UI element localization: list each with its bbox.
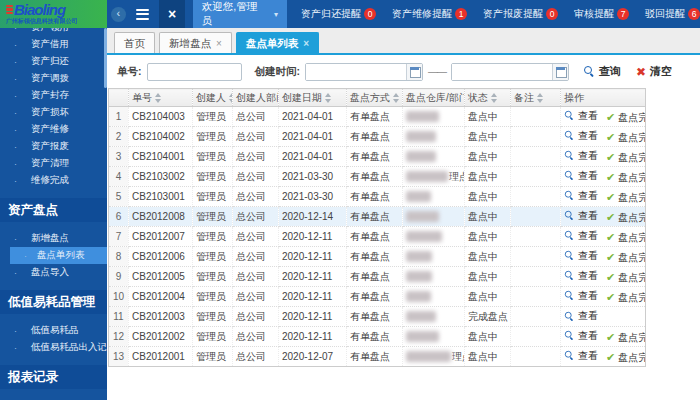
cell-method: 有单盘点 [347, 307, 403, 327]
table-row[interactable]: 8CB2012006管理员总公司2020-12-11有单盘点盘点中查看✔盘点完成 [109, 247, 646, 267]
complete-inventory-button[interactable]: ✔盘点完成 [606, 191, 646, 205]
cell-remark [511, 347, 561, 367]
view-button[interactable]: 查看 [564, 269, 598, 283]
calendar-icon[interactable] [406, 64, 422, 80]
cell-order-no: CB2012001 [129, 347, 193, 367]
nav-item-驳回提醒[interactable]: 驳回提醒6 [645, 7, 700, 21]
nav-item-资产维修提醒[interactable]: 资产维修提醒1 [392, 7, 467, 21]
column-header-盘点方式[interactable]: 盘点方式 [347, 89, 403, 107]
view-button[interactable]: 查看 [564, 289, 598, 303]
sidebar-item-盘点单列表[interactable]: ·盘点单列表 [10, 247, 107, 264]
sidebar-item-资产报废[interactable]: ·资产报废 [0, 138, 107, 155]
table-row[interactable]: 1CB2104003管理员总公司2021-04-01有单盘点盘点中查看✔盘点完成 [109, 107, 646, 127]
welcome-label: 欢迎您,管理员 [202, 0, 266, 28]
date-from-input[interactable] [306, 64, 406, 80]
calendar-icon[interactable] [552, 64, 568, 80]
tab-close-icon[interactable]: × [303, 34, 309, 53]
sidebar-section-资产盘点[interactable]: 资产盘点 [0, 198, 107, 222]
cell-remark [511, 287, 561, 307]
view-button[interactable]: 查看 [564, 149, 598, 163]
nav-item-label: 资产报废提醒 [483, 7, 543, 21]
view-button[interactable]: 查看 [564, 229, 598, 243]
column-header-创建人[interactable]: 创建人 [193, 89, 233, 107]
tab-盘点单列表[interactable]: 盘点单列表× [236, 32, 319, 53]
column-header-创建日期[interactable]: 创建日期 [279, 89, 347, 107]
view-button[interactable]: 查看 [564, 249, 598, 263]
complete-inventory-button[interactable]: ✔盘点完成 [606, 171, 646, 185]
complete-inventory-button[interactable]: ✔盘点完成 [606, 291, 646, 305]
view-button[interactable]: 查看 [564, 129, 598, 143]
view-button[interactable]: 查看 [564, 349, 598, 363]
tab-close-icon[interactable]: × [216, 34, 222, 53]
view-button[interactable]: 查看 [564, 169, 598, 183]
date-to-input[interactable] [452, 64, 552, 80]
complete-inventory-button[interactable]: ✔盘点完成 [606, 331, 646, 345]
user-menu-button[interactable]: 欢迎您,管理员 ▾ [193, 0, 287, 31]
tab-首页[interactable]: 首页 [114, 32, 155, 53]
search-button[interactable]: 查询 [584, 64, 621, 79]
column-header-盘点仓库/部门[interactable]: 盘点仓库/部门 [403, 89, 465, 107]
complete-label: 盘点完成 [618, 111, 645, 125]
order-no-input[interactable] [147, 63, 242, 81]
table-row[interactable]: 5CB2103001管理员总公司2021-03-30有单盘点盘点中查看✔盘点完成 [109, 187, 646, 207]
sidebar-item-资产调拨[interactable]: ·资产调拨 [0, 70, 107, 87]
table-row[interactable]: 13CB2012001管理员总公司2020-12-07有单盘点理点盘点中查看✔盘… [109, 347, 646, 367]
view-button[interactable]: 查看 [564, 209, 598, 223]
close-icon[interactable]: × [159, 0, 184, 28]
cell-status: 盘点中 [465, 187, 511, 207]
sidebar-item-盘点导入[interactable]: ·盘点导入 [0, 264, 107, 281]
table-row[interactable]: 6CB2012008管理员总公司2020-12-14有单盘点盘点中查看✔盘点完成 [109, 207, 646, 227]
column-header-备注[interactable]: 备注 [511, 89, 561, 107]
column-header-创建人部门[interactable]: 创建人部门 [233, 89, 279, 107]
sidebar-item-label: 资产封存 [31, 89, 69, 102]
table-row[interactable]: 12CB2012002管理员总公司2020-12-11有单盘点盘点中查看✔盘点完… [109, 327, 646, 347]
table-row[interactable]: 9CB2012005管理员总公司2020-12-11有单盘点盘点中查看✔盘点完成 [109, 267, 646, 287]
complete-inventory-button[interactable]: ✔盘点完成 [606, 151, 646, 165]
sidebar-item-资产借用[interactable]: ·资产借用 [0, 36, 107, 53]
table-row[interactable]: 4CB2103002管理员总公司2021-03-30有单盘点理点盘点中查看✔盘点… [109, 167, 646, 187]
cell-remark [511, 167, 561, 187]
redacted-warehouse [406, 191, 431, 202]
table-row[interactable]: 2CB2104002管理员总公司2021-04-01有单盘点盘点中查看✔盘点完成 [109, 127, 646, 147]
sidebar-item-资产封存[interactable]: ·资产封存 [0, 87, 107, 104]
sort-icon [537, 93, 543, 103]
column-header-操作[interactable]: 操作 [561, 89, 646, 107]
sidebar-item-资产损坏[interactable]: ·资产损坏 [0, 104, 107, 121]
tab-label: 新增盘点 [169, 34, 211, 53]
sidebar-item-资产清理[interactable]: ·资产清理 [0, 155, 107, 172]
view-button[interactable]: 查看 [564, 309, 598, 323]
sidebar-collapse-icon[interactable]: ‹ [111, 7, 126, 22]
complete-inventory-button[interactable]: ✔盘点完成 [606, 111, 646, 125]
sidebar-item-低值易耗品[interactable]: ·低值易耗品 [0, 322, 107, 339]
sidebar-item-资产维修[interactable]: ·资产维修 [0, 121, 107, 138]
column-header-单号[interactable]: 单号 [129, 89, 193, 107]
complete-inventory-button[interactable]: ✔盘点完成 [606, 131, 646, 145]
sidebar-item-新增盘点[interactable]: ·新增盘点 [0, 230, 107, 247]
view-button[interactable]: 查看 [564, 189, 598, 203]
complete-inventory-button[interactable]: ✔盘点完成 [606, 271, 646, 285]
complete-inventory-button[interactable]: ✔盘点完成 [606, 211, 646, 225]
view-button[interactable]: 查看 [564, 329, 598, 343]
sidebar-item-维修完成[interactable]: ·维修完成 [0, 172, 107, 189]
nav-item-审核提醒[interactable]: 审核提醒7 [574, 7, 629, 21]
table-row[interactable]: 3CB2104001管理员总公司2021-04-01有单盘点盘点中查看✔盘点完成 [109, 147, 646, 167]
view-button[interactable]: 查看 [564, 109, 598, 123]
complete-inventory-button[interactable]: ✔盘点完成 [606, 251, 646, 265]
table-row[interactable]: 10CB2012004管理员总公司2020-12-11有单盘点盘点中查看✔盘点完… [109, 287, 646, 307]
view-magnifier-icon [565, 231, 574, 240]
sidebar-item-资产归还[interactable]: ·资产归还 [0, 53, 107, 70]
column-header-状态[interactable]: 状态 [465, 89, 511, 107]
menu-hamburger-icon[interactable] [136, 6, 150, 22]
table-row[interactable]: 7CB2012007管理员总公司2020-12-11有单盘点盘点中查看✔盘点完成 [109, 227, 646, 247]
sidebar-section-低值易耗品管理[interactable]: 低值易耗品管理 [0, 290, 107, 314]
tab-新增盘点[interactable]: 新增盘点× [159, 32, 232, 53]
sidebar-item-资产领用[interactable]: ·资产领用 [0, 28, 107, 36]
sidebar-item-低值易耗品出入记录[interactable]: ·低值易耗品出入记录 [0, 339, 107, 356]
clear-button[interactable]: ✖ 清空 [636, 64, 672, 79]
complete-inventory-button[interactable]: ✔盘点完成 [606, 231, 646, 245]
complete-inventory-button[interactable]: ✔盘点完成 [606, 351, 646, 365]
nav-item-资产报废提醒[interactable]: 资产报废提醒0 [483, 7, 558, 21]
table-row[interactable]: 11CB2012003管理员总公司2020-12-11有单盘点完成盘点查看 [109, 307, 646, 327]
nav-item-资产归还提醒[interactable]: 资产归还提醒0 [301, 7, 376, 21]
sidebar-section-报表记录[interactable]: 报表记录 [0, 365, 107, 389]
